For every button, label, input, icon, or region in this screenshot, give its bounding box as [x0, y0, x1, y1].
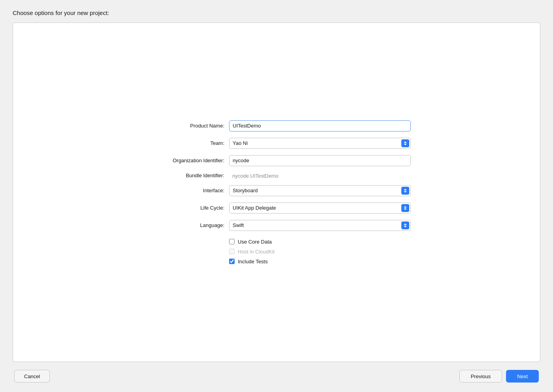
previous-button[interactable]: Previous [459, 370, 502, 383]
lifecycle-label: Life Cycle: [142, 205, 229, 211]
bottom-bar: Cancel Previous Next [13, 370, 540, 383]
host-in-cloudkit-label: Host in CloudKit [238, 249, 275, 255]
page-title: Choose options for your new project: [13, 9, 540, 16]
host-in-cloudkit-checkbox[interactable] [229, 249, 235, 254]
main-panel: Product Name: Team: Yao Ni [13, 23, 540, 362]
team-control: Yao Ni [229, 138, 411, 149]
org-identifier-control [229, 155, 411, 166]
language-label: Language: [142, 222, 229, 228]
team-select-wrapper: Yao Ni [229, 138, 411, 149]
lifecycle-select[interactable]: UIKit App Delegate SwiftUI App [229, 203, 411, 214]
bundle-identifier-control: nycode.UITestDemo [229, 173, 411, 179]
include-tests-label[interactable]: Include Tests [238, 259, 268, 264]
use-core-data-checkbox[interactable] [229, 239, 235, 244]
interface-control: Storyboard SwiftUI [229, 185, 411, 196]
lifecycle-row: Life Cycle: UIKit App Delegate SwiftUI A… [142, 203, 411, 214]
product-name-label: Product Name: [142, 123, 229, 129]
org-identifier-input[interactable] [229, 155, 411, 166]
interface-label: Interface: [142, 188, 229, 193]
language-row: Language: Swift Objective-C [142, 220, 411, 231]
language-select-wrapper: Swift Objective-C [229, 220, 411, 231]
bundle-identifier-value: nycode.UITestDemo [229, 171, 282, 180]
host-in-cloudkit-row: Host in CloudKit [229, 249, 411, 255]
bundle-identifier-row: Bundle Identifier: nycode.UITestDemo [142, 173, 411, 179]
product-name-input[interactable] [229, 120, 411, 131]
include-tests-checkbox[interactable] [229, 259, 235, 264]
lifecycle-select-wrapper: UIKit App Delegate SwiftUI App [229, 203, 411, 214]
include-tests-row: Include Tests [229, 259, 411, 264]
use-core-data-row: Use Core Data [229, 239, 411, 245]
language-control: Swift Objective-C [229, 220, 411, 231]
next-button[interactable]: Next [506, 370, 539, 383]
language-select[interactable]: Swift Objective-C [229, 220, 411, 231]
interface-select[interactable]: Storyboard SwiftUI [229, 185, 411, 196]
org-identifier-label: Organization Identifier: [142, 158, 229, 163]
team-label: Team: [142, 140, 229, 146]
use-core-data-label[interactable]: Use Core Data [238, 239, 272, 245]
product-name-control [229, 120, 411, 131]
bundle-identifier-label: Bundle Identifier: [142, 173, 229, 178]
org-identifier-row: Organization Identifier: [142, 155, 411, 166]
lifecycle-control: UIKit App Delegate SwiftUI App [229, 203, 411, 214]
checkboxes-area: Use Core Data Host in CloudKit Include T… [229, 239, 411, 264]
team-row: Team: Yao Ni [142, 138, 411, 149]
cancel-button[interactable]: Cancel [14, 370, 50, 383]
interface-select-wrapper: Storyboard SwiftUI [229, 185, 411, 196]
product-name-row: Product Name: [142, 120, 411, 131]
form-container: Product Name: Team: Yao Ni [142, 120, 411, 264]
interface-row: Interface: Storyboard SwiftUI [142, 185, 411, 196]
team-select[interactable]: Yao Ni [229, 138, 411, 149]
right-buttons: Previous Next [459, 370, 539, 383]
